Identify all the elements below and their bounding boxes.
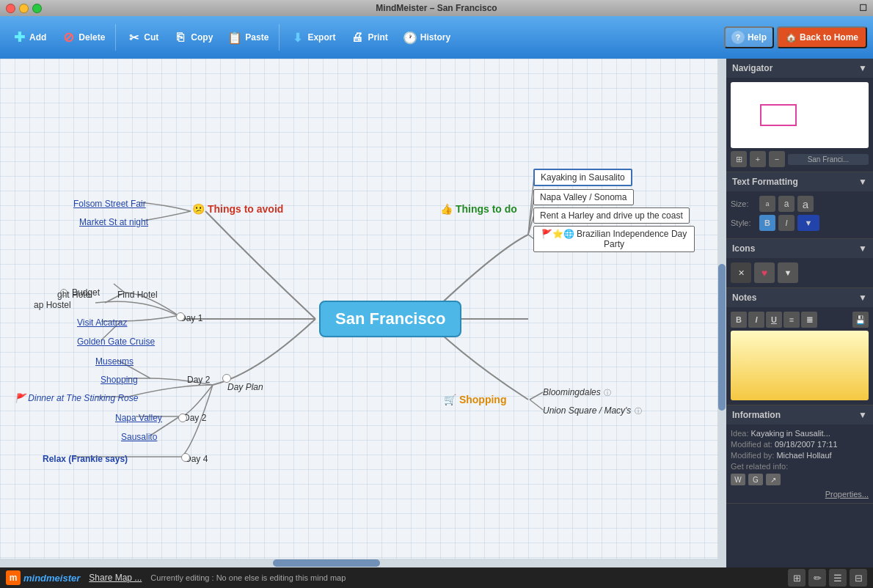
more-icons-button[interactable]: ▼	[778, 262, 798, 283]
dinner-node[interactable]: 🚩 Dinner at The Stinking Rose	[15, 391, 138, 404]
information-collapse-icon: ▼	[858, 410, 867, 420]
navigator-collapse-icon: ▼	[858, 63, 867, 73]
zoom-out-button[interactable]: −	[769, 151, 785, 167]
icons-header[interactable]: Icons ▼	[726, 239, 873, 258]
notes-textarea[interactable]	[731, 331, 869, 400]
maximize-button[interactable]	[32, 4, 42, 13]
canvas-scrollbar-thumb-h[interactable]	[273, 559, 381, 567]
find-hotel-node[interactable]: Find Hotel	[117, 287, 158, 301]
logo-text: mindmeister	[23, 573, 80, 584]
window-controls	[6, 4, 42, 13]
font-large-button[interactable]: a	[797, 196, 814, 212]
rent-harley-node[interactable]: Rent a Harley and drive up the coast	[533, 207, 690, 224]
icon-picker: ✕ ♥ ▼	[731, 262, 869, 283]
history-button[interactable]: 🕐 History	[397, 27, 456, 48]
shopping-item-node[interactable]: Shopping	[101, 372, 138, 386]
wikipedia-link[interactable]: W	[731, 474, 745, 485]
delete-button[interactable]: ⊘ Delete	[55, 27, 111, 48]
paste-button[interactable]: 📋 Paste	[222, 27, 274, 48]
paste-icon: 📋	[227, 30, 242, 45]
shopping-node[interactable]: 🛒 Shopping	[444, 393, 506, 406]
notes-header[interactable]: Notes ▼	[726, 288, 873, 307]
separator	[115, 24, 116, 51]
things-to-do-node[interactable]: 👍 Things to do	[440, 202, 517, 216]
external-link[interactable]: ↗	[766, 474, 781, 485]
canvas-scrollbar-thumb-v[interactable]	[718, 264, 726, 411]
notes-save-button[interactable]: 💾	[852, 312, 869, 328]
add-button[interactable]: ✚ Add	[6, 27, 52, 48]
budget-node[interactable]: Budget	[60, 287, 100, 298]
navigator-preview[interactable]	[731, 82, 869, 148]
window-resize[interactable]: ☐	[859, 3, 867, 13]
copy-button[interactable]: ⎘ Copy	[167, 27, 219, 48]
napa-item-node[interactable]: Napa Valley	[115, 411, 162, 424]
bold-button[interactable]: B	[759, 215, 775, 231]
market-node[interactable]: Market St at night	[79, 215, 148, 228]
napa-sonoma-node[interactable]: Napa Valley / Sonoma	[533, 189, 634, 205]
day1-circle	[176, 312, 185, 321]
gg-cruise-node[interactable]: Golden Gate Cruise	[77, 334, 155, 348]
share-map-button[interactable]: Share Map ...	[89, 573, 142, 583]
day2a-node[interactable]: Day 2	[187, 372, 210, 386]
union-square-node[interactable]: Union Square / Macy's ⓘ	[543, 403, 642, 416]
print-icon: 🖨	[350, 30, 365, 45]
zoom-in-button[interactable]: +	[750, 151, 766, 167]
notes-bold-button[interactable]: B	[731, 312, 747, 328]
bottom-right-tools: ⊞ ✏ ☰ ⊟	[788, 569, 867, 587]
print-button[interactable]: 🖨 Print	[344, 27, 393, 48]
remove-icon-button[interactable]: ✕	[731, 262, 751, 283]
brazilian-node[interactable]: 🚩⭐🌐 Brazilian Independence Day Party	[533, 226, 695, 252]
notes-underline-button[interactable]: U	[766, 312, 782, 328]
google-link[interactable]: G	[748, 474, 763, 485]
fit-to-screen-button[interactable]: ⊞	[731, 151, 747, 167]
notes-toolbar: B I U ≡ ≣ 💾	[731, 312, 869, 328]
split-view-button[interactable]: ⊟	[850, 569, 867, 587]
central-node[interactable]: San Francisco	[319, 301, 461, 337]
notes-italic-button[interactable]: I	[748, 312, 764, 328]
day-plan-node[interactable]: Day Plan	[227, 380, 263, 393]
navigator-header[interactable]: Navigator ▼	[726, 59, 873, 78]
folsom-node[interactable]: Folsom Street Fair	[73, 196, 146, 210]
help-button[interactable]: ? Help	[724, 26, 774, 48]
canvas-scrollbar-vertical[interactable]	[717, 59, 726, 567]
bloomingdales-node[interactable]: Bloomingdales ⓘ	[543, 385, 611, 398]
union-info[interactable]: ⓘ	[635, 407, 642, 415]
bloomingdales-info[interactable]: ⓘ	[604, 389, 611, 397]
notes-section: Notes ▼ B I U ≡ ≣ 💾	[726, 288, 873, 405]
information-header[interactable]: Information ▼	[726, 405, 873, 425]
color-picker-button[interactable]: ▼	[797, 215, 819, 231]
italic-button[interactable]: I	[778, 215, 795, 231]
related-info-row: Get related info: W G ↗	[731, 462, 869, 485]
mindmap-canvas[interactable]: San Francisco 😕 Things to avoid Folsom S…	[0, 59, 726, 567]
hostel-node[interactable]: ap Hostel	[34, 298, 71, 311]
museums-node[interactable]: Museums	[95, 354, 134, 367]
notes-numbered-button[interactable]: ≣	[801, 312, 817, 328]
kayaking-node[interactable]: Kayaking in Sausalito	[533, 169, 632, 186]
navigator-controls: ⊞ + − San Franci...	[731, 151, 869, 167]
font-small-button[interactable]: a	[759, 196, 775, 212]
notes-bullet-button[interactable]: ≡	[783, 312, 800, 328]
heart-icon-button[interactable]: ♥	[754, 262, 775, 283]
cut-button[interactable]: ✂ Cut	[120, 27, 164, 48]
canvas-scrollbar-horizontal[interactable]	[0, 559, 717, 567]
things-to-avoid-node[interactable]: 😕 Things to avoid	[192, 202, 283, 216]
size-row: Size: a a a	[731, 196, 869, 212]
grid-view-button[interactable]: ⊞	[788, 569, 806, 587]
related-links: W G ↗	[731, 474, 869, 485]
relax-node[interactable]: Relax (Frankie says)	[43, 452, 128, 465]
minimize-button[interactable]	[19, 4, 29, 13]
alcatraz-node[interactable]: Visit Alcatraz	[77, 315, 127, 328]
text-formatting-content: Size: a a a Style: B I ▼	[726, 191, 873, 238]
text-formatting-header[interactable]: Text Formatting ▼	[726, 172, 873, 191]
icons-content: ✕ ♥ ▼	[726, 258, 873, 287]
separator-2	[279, 24, 280, 51]
list-view-button[interactable]: ☰	[829, 569, 847, 587]
font-medium-button[interactable]: a	[778, 196, 795, 212]
properties-button[interactable]: Properties...	[731, 490, 869, 499]
back-home-button[interactable]: 🏠 Back to Home	[777, 26, 867, 48]
sausalito-node[interactable]: Sausalito	[121, 430, 157, 443]
right-panel: Navigator ▼ ⊞ + − San Franci... Text For…	[726, 59, 873, 567]
edit-button[interactable]: ✏	[808, 569, 826, 587]
export-button[interactable]: ⬇ Export	[284, 27, 341, 48]
close-button[interactable]	[6, 4, 15, 13]
